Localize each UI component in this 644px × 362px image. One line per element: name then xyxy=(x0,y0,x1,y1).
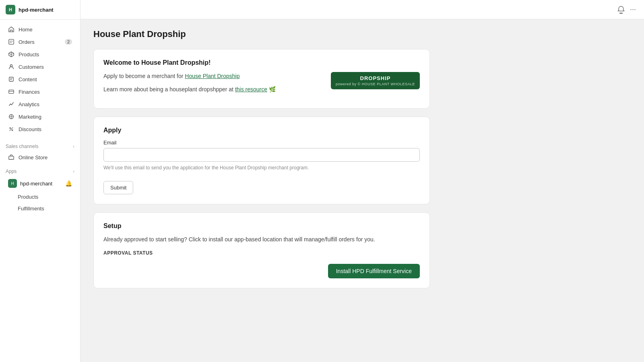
svg-point-1 xyxy=(10,65,12,67)
apply-card: Apply Email We'll use this email to send… xyxy=(93,117,430,204)
setup-card: Setup Already approved to start selling?… xyxy=(93,212,430,288)
sidebar-item-content[interactable]: Content xyxy=(2,73,78,85)
analytics-label: Analytics xyxy=(19,101,39,107)
dropship-logo: DROPSHIP powered by © HOUSE PLANT WHOLES… xyxy=(331,72,420,89)
approval-status-label: APPROVAL STATUS xyxy=(103,250,420,256)
orders-icon xyxy=(8,39,14,45)
content-icon xyxy=(8,76,14,82)
app-icon: H xyxy=(8,179,17,188)
welcome-card: Welcome to House Plant Dropship! Apply t… xyxy=(93,49,430,109)
page-content: House Plant Dropship Welcome to House Pl… xyxy=(80,19,443,306)
resource-link[interactable]: this resource xyxy=(235,86,267,93)
app-fulfillments-label: Fulfillments xyxy=(18,206,44,212)
svg-rect-0 xyxy=(9,39,14,44)
content-label: Content xyxy=(19,76,37,82)
sidebar-header[interactable]: H hpd-merchant xyxy=(0,0,80,20)
apply-link[interactable]: House Plant Dropship xyxy=(185,73,239,79)
email-form-group: Email We'll use this email to send you t… xyxy=(103,140,420,171)
sidebar-app-hpd[interactable]: H hpd-merchant 🔔 xyxy=(2,176,78,191)
email-input[interactable] xyxy=(103,148,420,162)
sales-channels-chevron: › xyxy=(73,144,74,149)
marketing-label: Marketing xyxy=(19,114,41,120)
email-label: Email xyxy=(103,140,420,146)
home-icon xyxy=(8,26,14,33)
apps-chevron: › xyxy=(73,169,74,174)
sidebar: H hpd-merchant Home Orders 2 Products xyxy=(0,0,80,362)
sidebar-item-marketing[interactable]: Marketing xyxy=(2,111,78,123)
svg-rect-3 xyxy=(9,90,14,94)
apps-header[interactable]: Apps › xyxy=(0,164,80,176)
store-icon xyxy=(8,154,14,160)
svg-point-6 xyxy=(12,130,13,131)
app-products-label: Products xyxy=(18,194,38,200)
sidebar-item-app-fulfillments[interactable]: Fulfillments xyxy=(2,203,78,214)
finances-label: Finances xyxy=(19,89,40,95)
notification-icon[interactable] xyxy=(617,6,625,14)
setup-title: Setup xyxy=(103,222,420,230)
sidebar-item-products[interactable]: Products xyxy=(2,48,78,60)
welcome-text-block: Apply to become a merchant for House Pla… xyxy=(103,72,323,99)
sidebar-item-orders[interactable]: Orders 2 xyxy=(2,36,78,48)
svg-rect-7 xyxy=(9,156,14,159)
customers-icon xyxy=(8,64,14,70)
sidebar-item-customers[interactable]: Customers xyxy=(2,61,78,73)
analytics-icon xyxy=(8,101,14,107)
marketing-icon xyxy=(8,113,14,120)
email-hint: We'll use this email to send you the app… xyxy=(103,164,420,171)
orders-badge: 2 xyxy=(65,39,72,45)
apps-label: Apps xyxy=(6,169,17,174)
resource-text: Learn more about being a houseplant drop… xyxy=(103,85,323,94)
sidebar-nav: Home Orders 2 Products Customers xyxy=(0,20,80,139)
sidebar-item-analytics[interactable]: Analytics xyxy=(2,98,78,110)
sales-channels-header[interactable]: Sales channels › xyxy=(0,139,80,151)
welcome-body: Apply to become a merchant for House Pla… xyxy=(103,72,420,99)
submit-button[interactable]: Submit xyxy=(103,181,133,194)
sidebar-item-home[interactable]: Home xyxy=(2,23,78,35)
apply-card-title: Apply xyxy=(103,127,420,134)
online-store-label: Online Store xyxy=(19,154,47,160)
customers-label: Customers xyxy=(19,64,44,70)
topbar: ··· xyxy=(80,0,644,19)
app-name-label: hpd-merchant xyxy=(20,181,52,187)
more-icon[interactable]: ··· xyxy=(630,5,636,14)
discounts-label: Discounts xyxy=(19,126,41,132)
finances-icon xyxy=(8,88,14,95)
home-label: Home xyxy=(19,27,33,33)
main-content: ··· House Plant Dropship Welcome to Hous… xyxy=(80,0,644,362)
sales-channels-label: Sales channels xyxy=(6,144,38,149)
discounts-icon xyxy=(8,126,14,132)
sidebar-item-finances[interactable]: Finances xyxy=(2,86,78,98)
svg-rect-2 xyxy=(9,77,14,82)
install-button[interactable]: Install HPD Fulfillment Service xyxy=(328,264,420,278)
sidebar-merchant-name: hpd-merchant xyxy=(19,7,54,13)
welcome-title: Welcome to House Plant Dropship! xyxy=(103,59,420,66)
sidebar-item-online-store[interactable]: Online Store xyxy=(2,151,78,163)
orders-label: Orders xyxy=(19,39,35,45)
app-bell-icon[interactable]: 🔔 xyxy=(65,180,72,187)
products-icon xyxy=(8,51,14,58)
apply-text: Apply to become a merchant for House Pla… xyxy=(103,72,323,80)
page-title: House Plant Dropship xyxy=(93,29,430,39)
products-label: Products xyxy=(19,51,39,58)
sidebar-item-app-products[interactable]: Products xyxy=(2,191,78,202)
setup-body: Already approved to start selling? Click… xyxy=(103,235,420,278)
merchant-icon: H xyxy=(6,5,15,14)
svg-point-5 xyxy=(10,128,11,129)
sidebar-item-discounts[interactable]: Discounts xyxy=(2,123,78,135)
setup-description: Already approved to start selling? Click… xyxy=(103,235,420,244)
